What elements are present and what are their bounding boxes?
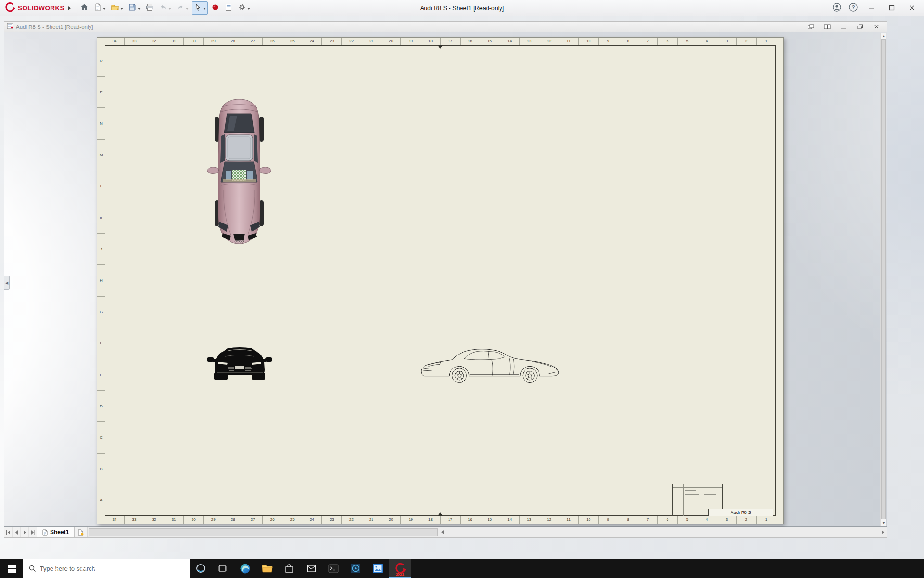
zone-label: J <box>97 234 105 265</box>
doc-minimize-button[interactable] <box>838 23 849 31</box>
display-icon <box>66 565 74 572</box>
tab-nav-next-button[interactable] <box>21 527 29 537</box>
solidworks-logo[interactable]: SOLIDWORKS <box>2 1 66 15</box>
start-button[interactable] <box>0 559 23 578</box>
drawing-sheet[interactable]: 3433323130292827262524232221201918171615… <box>97 37 784 524</box>
vertical-scrollbar[interactable]: ▲ ▼ <box>880 33 886 526</box>
minimize-button[interactable] <box>861 0 882 16</box>
scroll-right-button[interactable] <box>879 528 886 536</box>
new-document-button[interactable] <box>91 1 108 15</box>
open-button[interactable] <box>109 1 125 15</box>
title-block[interactable]: Audi R8 S <box>672 484 776 516</box>
scroll-up-button[interactable]: ▲ <box>881 33 886 39</box>
zone-label: 16 <box>461 516 480 524</box>
sheet-format-button[interactable] <box>222 1 235 15</box>
drawing-view-side[interactable] <box>417 345 567 384</box>
select-tool-button[interactable] <box>192 1 208 15</box>
open-caret-icon[interactable] <box>120 8 123 11</box>
zone-label: 12 <box>539 38 559 45</box>
horizontal-scroll-thumb[interactable] <box>89 528 438 536</box>
brand-label: SOLIDWORKS <box>18 4 64 12</box>
save-caret-icon[interactable] <box>138 8 141 11</box>
undo-button[interactable] <box>157 1 173 15</box>
select-tool-caret-icon[interactable] <box>203 8 206 11</box>
app-titlebar: SOLIDWORKS Audi R8 S - Sheet1 [Rea <box>0 0 924 16</box>
zone-label: 7 <box>638 38 658 45</box>
taskbar-clock[interactable]: 9:11 AM 2/19/2021 <box>104 559 146 578</box>
zone-label: 14 <box>500 38 520 45</box>
account-button[interactable] <box>829 0 845 16</box>
maximize-button[interactable] <box>882 0 902 16</box>
new-window-icon <box>808 24 814 29</box>
save-icon <box>128 3 137 13</box>
svg-text:?: ? <box>852 4 855 10</box>
drawing-view-top[interactable] <box>205 97 273 247</box>
help-button[interactable]: ? <box>845 0 861 16</box>
zone-label: 15 <box>480 516 500 524</box>
sheet-tab-sheet1[interactable]: Sheet1 <box>37 527 75 537</box>
zone-label: 20 <box>381 38 401 45</box>
zone-label: C <box>97 422 105 453</box>
zone-label: 11 <box>559 38 579 45</box>
doc-close-button[interactable] <box>871 23 882 31</box>
tile-windows-icon <box>824 24 831 29</box>
horizontal-scrollbar[interactable] <box>87 527 887 537</box>
redo-caret-icon[interactable] <box>186 8 189 11</box>
tray-network-button[interactable] <box>77 559 90 578</box>
tab-nav-first-button[interactable] <box>4 527 13 537</box>
scroll-down-button[interactable]: ▼ <box>881 520 886 526</box>
center-mark-top <box>438 45 443 51</box>
zone-label: 25 <box>282 516 302 524</box>
scroll-left-icon <box>441 530 444 534</box>
zone-label: 15 <box>480 38 500 45</box>
windows-taskbar: 2021 9:11 AM 2/19/2021 <box>0 559 924 578</box>
zone-label: R <box>97 45 105 77</box>
zone-label: 21 <box>361 38 381 45</box>
tray-volume-button[interactable] <box>90 559 104 578</box>
zone-label: 33 <box>125 38 144 45</box>
doc-tile-button[interactable] <box>822 23 833 31</box>
zone-label: 17 <box>441 38 461 45</box>
notification-center-button[interactable] <box>146 559 167 578</box>
undo-caret-icon[interactable] <box>168 8 171 11</box>
options-caret-icon[interactable] <box>247 8 250 11</box>
zone-label: A <box>97 485 105 516</box>
new-document-caret-icon[interactable] <box>103 8 106 11</box>
add-sheet-icon <box>78 529 84 536</box>
add-sheet-button[interactable] <box>75 527 87 537</box>
tray-expand-button[interactable] <box>50 559 64 578</box>
vertical-scroll-thumb[interactable] <box>881 39 886 519</box>
zone-label: K <box>97 202 105 234</box>
doc-minimize-icon <box>841 24 847 29</box>
doc-new-window-button[interactable] <box>806 23 816 31</box>
search-icon <box>28 565 36 572</box>
zone-label: 11 <box>559 516 579 524</box>
tray-display-button[interactable] <box>64 559 77 578</box>
zone-label: 13 <box>520 38 539 45</box>
drawing-view-front[interactable] <box>206 342 273 385</box>
zone-label: B <box>97 454 105 485</box>
save-button[interactable] <box>126 1 142 15</box>
solidworks-swirl-icon <box>4 1 15 15</box>
feature-panel-collapse-handle[interactable]: ◀ <box>4 276 10 290</box>
minimize-icon <box>869 4 874 13</box>
options-button[interactable] <box>236 1 252 15</box>
doc-restore-button[interactable] <box>855 23 865 31</box>
scroll-left-button[interactable] <box>439 528 446 536</box>
zone-label: 31 <box>164 38 184 45</box>
notification-icon <box>153 565 161 572</box>
menu-expand-arrow-icon[interactable] <box>68 6 73 10</box>
zone-label: 26 <box>263 38 282 45</box>
close-button[interactable] <box>902 0 922 16</box>
tab-nav-last-button[interactable] <box>29 527 37 537</box>
sheet-format-icon <box>224 3 233 13</box>
print-button[interactable] <box>143 1 156 15</box>
drawing-viewport[interactable]: 3433323130292827262524232221201918171615… <box>4 32 887 527</box>
tab-nav-prev-button[interactable] <box>13 527 21 537</box>
print-icon <box>145 3 154 13</box>
redo-button[interactable] <box>174 1 191 15</box>
home-button[interactable] <box>78 1 90 15</box>
pdm-status-button[interactable] <box>209 1 221 15</box>
zone-label: 22 <box>342 38 361 45</box>
chevron-up-icon <box>54 566 60 571</box>
